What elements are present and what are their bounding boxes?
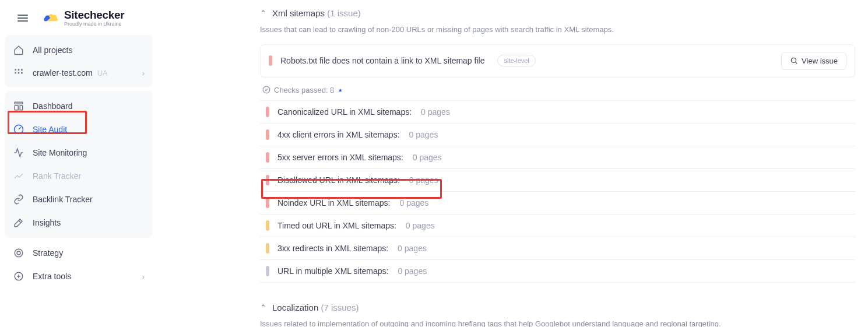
search-icon (790, 57, 798, 65)
sidebar-item-label: Extra tools (33, 272, 71, 281)
svg-rect-5 (21, 72, 23, 74)
logo-icon (42, 12, 59, 24)
issue-text: Robots.txt file does not contain a link … (280, 56, 484, 65)
issue-card[interactable]: Robots.txt file does not contain a link … (260, 44, 855, 78)
svg-point-9 (15, 249, 23, 257)
svg-rect-2 (21, 69, 23, 71)
checks-passed-toggle[interactable]: Checks passed: 8 ▲ (262, 86, 855, 94)
menu-icon[interactable] (14, 11, 31, 25)
svg-rect-6 (15, 102, 23, 104)
sidebar-item-extra-tools[interactable]: Extra tools › (5, 265, 153, 288)
severity-pill (266, 107, 269, 117)
activity-icon (13, 147, 24, 158)
sidebar-item-label: All projects (33, 45, 72, 55)
check-row[interactable]: Disallowed URL in XML sitemaps:0 pages (260, 169, 855, 192)
plus-circle-icon (13, 271, 24, 282)
svg-point-16 (263, 86, 270, 93)
check-row[interactable]: Noindex URL in XML sitemaps:0 pages (260, 192, 855, 215)
project-suffix: UA (97, 69, 108, 78)
svg-rect-3 (15, 72, 16, 74)
sidebar-item-rank-tracker[interactable]: Rank Tracker (5, 164, 153, 188)
check-label: Noindex URL in XML sitemaps: (277, 198, 390, 208)
page-count: 0 pages (409, 130, 438, 139)
check-row[interactable]: 4xx client errors in XML sitemaps:0 page… (260, 124, 855, 146)
svg-point-10 (17, 251, 20, 255)
severity-pill (266, 152, 269, 163)
sidebar-item-label: Dashboard (33, 101, 73, 111)
check-label: 4xx client errors in XML sitemaps: (277, 130, 400, 139)
sidebar-item-label: Site Monitoring (33, 148, 87, 157)
brand-logo[interactable]: Sitechecker Proudly made in Ukraine (42, 9, 124, 27)
check-circle-icon (262, 86, 270, 94)
section-description: Issues related to implementation of outg… (260, 318, 855, 327)
page-count: 0 pages (406, 221, 435, 230)
svg-rect-4 (18, 72, 20, 74)
page-count: 0 pages (413, 153, 442, 162)
target-icon (13, 248, 24, 258)
brand-tagline: Proudly made in Ukraine (64, 22, 124, 27)
svg-rect-1 (18, 69, 20, 71)
scope-badge: site-level (497, 55, 535, 66)
page-count: 0 pages (399, 198, 428, 208)
issue-count: (1 issue) (327, 8, 361, 18)
check-row[interactable]: Canonicalized URL in XML sitemaps:0 page… (260, 101, 855, 124)
section-title: Xml sitemaps (272, 8, 325, 18)
sidebar-item-dashboard[interactable]: Dashboard (5, 94, 153, 118)
sidebar-item-backlink-tracker[interactable]: Backlink Tracker (5, 188, 153, 211)
chevron-right-icon: › (142, 69, 145, 78)
grid-icon (13, 68, 24, 78)
triangle-up-icon: ▲ (338, 87, 343, 93)
check-label: URL in multiple XML sitemaps: (277, 266, 388, 276)
chevron-up-icon: ⌃ (260, 9, 266, 17)
trend-icon (13, 171, 24, 181)
check-label: 5xx server errors in XML sitemaps: (277, 153, 403, 162)
page-count: 0 pages (421, 107, 450, 117)
sidebar-item-site-audit[interactable]: Site Audit (5, 118, 153, 141)
check-row[interactable]: Timed out URL in XML sitemaps:0 pages (260, 215, 855, 237)
section-header-xml-sitemaps[interactable]: ⌃ Xml sitemaps (1 issue) (260, 5, 855, 20)
sidebar-item-insights[interactable]: Insights (5, 211, 153, 234)
check-row[interactable]: 3xx redirects in XML sitemaps:0 pages (260, 237, 855, 260)
sidebar-item-site-monitoring[interactable]: Site Monitoring (5, 141, 153, 164)
sidebar-all-projects[interactable]: All projects (5, 38, 153, 62)
brand-name: Sitechecker (64, 9, 124, 20)
page-count: 0 pages (398, 266, 427, 276)
severity-pill (266, 243, 269, 254)
chevron-right-icon: › (142, 272, 145, 281)
severity-pill (266, 220, 269, 231)
check-label: 3xx redirects in XML sitemaps: (277, 244, 388, 253)
sidebar-item-label: Strategy (33, 248, 63, 258)
gauge-icon (13, 124, 24, 135)
section-title: Localization (272, 303, 318, 312)
severity-pill (266, 175, 269, 185)
dashboard-icon (13, 101, 24, 111)
sidebar-item-strategy[interactable]: Strategy (5, 241, 153, 265)
check-label: Canonicalized URL in XML sitemaps: (277, 107, 412, 117)
svg-rect-8 (20, 106, 23, 110)
severity-pill (269, 55, 272, 66)
view-issue-button[interactable]: View issue (781, 52, 846, 70)
check-row[interactable]: 5xx server errors in XML sitemaps:0 page… (260, 146, 855, 169)
check-row[interactable]: URL in multiple XML sitemaps:0 pages (260, 260, 855, 283)
section-header-localization[interactable]: ⌃ Localization (7 issues) (260, 299, 855, 315)
issue-count: (7 issues) (321, 303, 359, 312)
svg-rect-0 (15, 69, 16, 71)
svg-point-14 (791, 58, 796, 63)
sidebar-project[interactable]: crawler-test.com UA › (5, 62, 153, 84)
page-count: 0 pages (398, 244, 427, 253)
page-count: 0 pages (409, 175, 438, 185)
sidebar-item-label: Insights (33, 218, 61, 227)
chevron-up-icon: ⌃ (260, 303, 266, 312)
svg-rect-7 (15, 106, 18, 110)
link-icon (13, 194, 24, 205)
sidebar-item-label: Rank Tracker (33, 171, 81, 181)
project-name: crawler-test.com (33, 68, 93, 78)
severity-pill (266, 266, 269, 276)
severity-pill (266, 198, 269, 208)
home-icon (13, 45, 24, 55)
checks-passed-label: Checks passed: 8 (274, 86, 334, 94)
svg-line-15 (796, 62, 797, 64)
sidebar-item-label: Site Audit (33, 125, 67, 134)
section-description: Issues that can lead to crawling of non-… (260, 24, 855, 36)
magic-icon (13, 217, 24, 228)
